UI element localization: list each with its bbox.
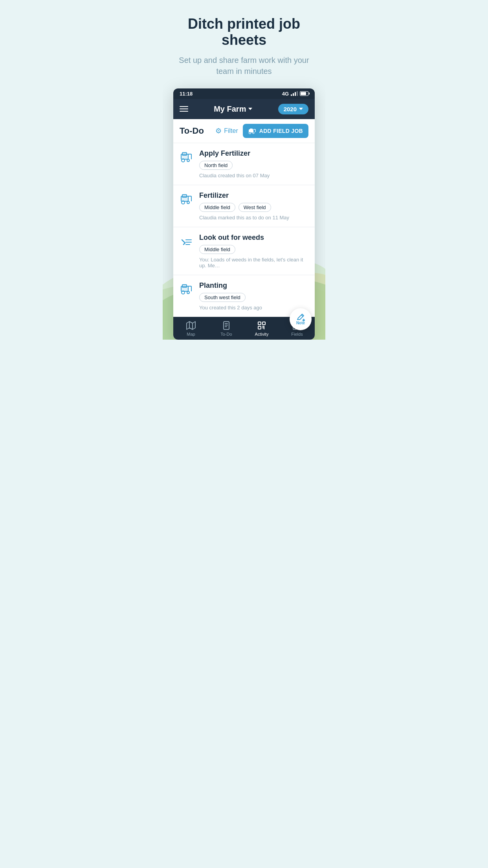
status-right: 4G <box>282 91 308 97</box>
svg-rect-41 <box>262 322 265 325</box>
job-meta: You: Loads of weeds in the fields, let's… <box>199 257 308 268</box>
field-tag: Middle field <box>199 203 235 212</box>
job-details: Fertilizer Middle field West field Claud… <box>199 191 308 221</box>
job-title: Planting <box>199 281 308 290</box>
nav-item-todo[interactable]: To-Do <box>209 317 244 340</box>
job-tractor-icon <box>180 150 194 164</box>
job-title: Apply Fertilizer <box>199 149 308 158</box>
field-tag: South west field <box>199 293 246 302</box>
job-tags: Middle field <box>199 245 308 254</box>
job-meta: You created this 2 days ago <box>199 305 308 311</box>
farm-name[interactable]: My Farm <box>214 105 252 114</box>
job-tractor-icon <box>180 192 194 206</box>
network-label: 4G <box>282 91 289 97</box>
field-tag: Middle field <box>199 245 235 254</box>
add-field-job-button[interactable]: ADD FIELD JOB <box>243 124 308 138</box>
nav-map-label: Map <box>187 332 195 337</box>
job-tags: North field <box>199 161 308 170</box>
job-tractor-icon <box>180 282 194 296</box>
svg-point-13 <box>187 159 189 162</box>
filter-label: Filter <box>224 127 238 134</box>
svg-point-5 <box>249 132 251 134</box>
farm-chevron-icon <box>248 108 252 110</box>
nav-fields-label: Fields <box>291 332 303 337</box>
job-tags: Middle field West field <box>199 203 308 212</box>
todo-label: To-Do <box>180 126 211 136</box>
svg-marker-33 <box>187 322 195 329</box>
job-item[interactable]: Fertilizer Middle field West field Claud… <box>173 185 315 227</box>
hero-title: Ditch printed job sheets <box>174 16 314 48</box>
filter-icon: ⚙ <box>215 127 222 135</box>
farm-name-label: My Farm <box>214 105 246 114</box>
status-bar: 11:18 4G <box>173 88 315 99</box>
note-fab-icon <box>296 313 305 322</box>
signal-bars-icon <box>291 91 298 96</box>
nav-item-activity[interactable]: Activity <box>244 317 279 340</box>
todo-icon <box>222 321 231 330</box>
app-content: To-Do ⚙ Filter ADD FIELD JOB <box>173 119 315 317</box>
job-title: Fertilizer <box>199 191 308 200</box>
tractor-icon <box>248 128 256 134</box>
note-fab-label: Note <box>296 321 305 325</box>
year-label: 2020 <box>284 106 297 112</box>
svg-point-20 <box>187 201 189 204</box>
battery-icon <box>300 91 308 96</box>
add-job-label: ADD FIELD JOB <box>259 128 303 134</box>
app-header: My Farm 2020 <box>173 99 315 119</box>
job-item[interactable]: Look out for weeds Middle field You: Loa… <box>173 227 315 275</box>
svg-rect-42 <box>258 326 261 329</box>
bottom-navigation: Map To-Do <box>173 317 315 340</box>
toolbar: To-Do ⚙ Filter ADD FIELD JOB <box>173 119 315 143</box>
map-icon <box>186 321 196 330</box>
job-tags: South west field <box>199 293 308 302</box>
svg-rect-40 <box>258 322 261 325</box>
filter-button[interactable]: ⚙ Filter <box>215 127 238 135</box>
job-details: Apply Fertilizer North field Claudia cre… <box>199 149 308 178</box>
job-note-icon <box>180 234 194 248</box>
hero-subtitle: Set up and share farm work with your tea… <box>174 55 314 77</box>
job-item[interactable]: Apply Fertilizer North field Claudia cre… <box>173 143 315 185</box>
svg-point-30 <box>187 291 189 294</box>
hero-section: Ditch printed job sheets Set up and shar… <box>163 0 325 85</box>
field-tag: West field <box>238 203 271 212</box>
job-title: Look out for weeds <box>199 234 308 242</box>
year-selector[interactable]: 2020 <box>278 104 308 114</box>
nav-activity-label: Activity <box>255 332 269 337</box>
nav-item-map[interactable]: Map <box>173 317 209 340</box>
svg-point-6 <box>253 132 254 134</box>
svg-rect-4 <box>250 129 253 130</box>
activity-icon <box>257 321 266 330</box>
page-wrapper: Ditch printed job sheets Set up and shar… <box>163 0 325 340</box>
note-fab-button[interactable]: Note <box>290 308 312 330</box>
job-details: Look out for weeds Middle field You: Loa… <box>199 234 308 268</box>
nav-todo-label: To-Do <box>220 332 232 337</box>
hamburger-menu[interactable] <box>180 106 188 112</box>
field-tag: North field <box>199 161 233 170</box>
phone-mockup: 11:18 4G My Farm <box>173 88 315 340</box>
job-meta: Claudia created this on 07 May <box>199 173 308 178</box>
status-time: 11:18 <box>180 91 193 97</box>
year-chevron-icon <box>299 108 303 110</box>
job-details: Planting South west field You created th… <box>199 281 308 311</box>
job-meta: Claudia marked this as to do on 11 May <box>199 215 308 221</box>
